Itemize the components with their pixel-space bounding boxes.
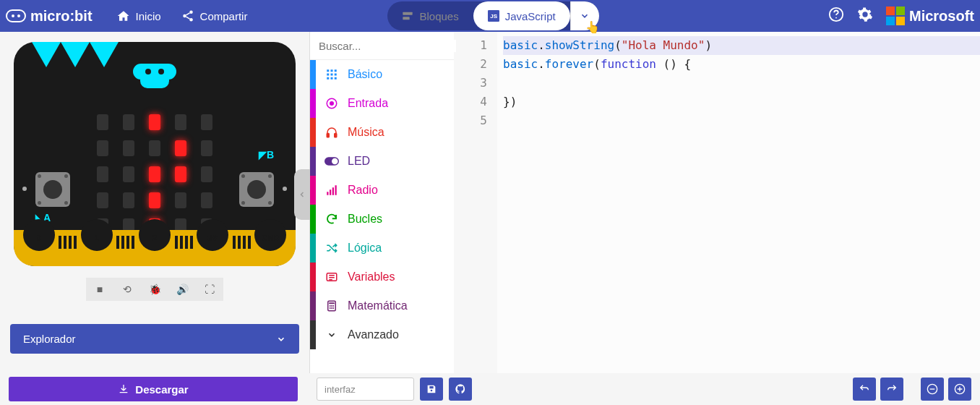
header-right: Microsoft (828, 7, 974, 26)
category-entrada[interactable]: Entrada (310, 89, 454, 118)
led-7 (149, 140, 160, 156)
category-label: Básico (348, 68, 382, 81)
chevron-down-icon (580, 11, 590, 21)
button-b[interactable] (239, 172, 274, 207)
svg-rect-17 (331, 77, 333, 80)
edge-connector: 0123VGND (14, 230, 296, 266)
led-9 (201, 140, 212, 156)
download-label: Descargar (135, 383, 188, 396)
category-radio[interactable]: Radio (310, 176, 454, 205)
search-input[interactable] (319, 40, 456, 52)
category-bucles[interactable]: Bucles (310, 205, 454, 234)
svg-rect-3 (403, 12, 413, 15)
led-12 (149, 166, 160, 182)
restart-button[interactable]: ⟲ (113, 278, 141, 301)
code-line: basic.showString("Hola Mundo") (503, 36, 980, 55)
github-button[interactable] (449, 378, 472, 401)
category-variables[interactable]: Variables (310, 263, 454, 291)
category-label: Entrada (348, 97, 388, 110)
home-button[interactable]: Inicio (107, 4, 171, 28)
pin-2[interactable]: 2 (139, 230, 171, 251)
undo-icon (859, 383, 870, 395)
stop-button[interactable]: ■ (86, 278, 113, 301)
code-editor[interactable]: 12345 basic.showString("Hola Mundo") bas… (454, 32, 980, 373)
gear-icon (857, 7, 873, 22)
category-música[interactable]: Música (310, 118, 454, 147)
settings-button[interactable] (857, 7, 873, 26)
svg-point-2 (189, 18, 193, 22)
led-8 (175, 140, 186, 156)
svg-text:JS: JS (490, 13, 497, 20)
project-name-input[interactable] (317, 378, 414, 401)
svg-rect-4 (403, 17, 410, 20)
toggle-chevron[interactable] (570, 1, 599, 30)
microsoft-logo[interactable]: Microsoft (886, 7, 974, 25)
mute-button[interactable]: 🔊 (168, 278, 196, 301)
category-básico[interactable]: Básico (310, 60, 454, 89)
svg-rect-28 (335, 185, 337, 195)
code-line (503, 74, 980, 93)
simulator-panel: ◣A ◤B 0123VGND ■ ⟲ 🐞 🔊 ⛶ Explorador (0, 32, 309, 373)
chevron-left-icon (298, 190, 306, 199)
button-b-label: ◤B (259, 149, 274, 161)
tab-javascript[interactable]: JS JavaScript (473, 1, 570, 30)
category-label: Variables (348, 270, 395, 284)
svg-rect-11 (331, 69, 333, 72)
pin-0[interactable]: 0 (23, 230, 55, 251)
code-line: basic.forever(function () { (503, 55, 980, 74)
category-matemática[interactable]: Matemática (310, 291, 454, 320)
pin-3V[interactable]: 3V (197, 230, 228, 251)
redo-icon (886, 383, 898, 395)
code-line: }) (503, 93, 980, 111)
category-lógica[interactable]: Lógica (310, 234, 454, 263)
collapse-toolbox-button[interactable] (294, 169, 310, 220)
svg-rect-27 (332, 187, 334, 195)
fullscreen-button[interactable]: ⛶ (196, 278, 223, 301)
logo[interactable]: micro:bit (6, 8, 93, 25)
github-icon (455, 383, 466, 395)
pin-GND[interactable]: GND (254, 230, 286, 251)
svg-rect-18 (335, 77, 337, 80)
tab-blocks[interactable]: Bloques (387, 1, 473, 30)
footer: Descargar (0, 373, 980, 405)
led-3 (175, 114, 186, 130)
category-led[interactable]: LED (310, 147, 454, 176)
home-label: Inicio (136, 10, 161, 22)
tab-js-label: JavaScript (505, 10, 556, 22)
explorer-toggle[interactable]: Explorador (10, 324, 299, 354)
download-button[interactable]: Descargar (9, 377, 298, 401)
signal-icon (324, 184, 339, 197)
svg-point-20 (330, 102, 334, 106)
microsoft-icon (886, 7, 905, 25)
microbit-simulator[interactable]: ◣A ◤B 0123VGND (14, 42, 296, 266)
line-number: 2 (454, 55, 487, 74)
category-label: Lógica (348, 242, 382, 255)
undo-button[interactable] (853, 378, 876, 401)
code-area[interactable]: basic.showString("Hola Mundo") basic.for… (497, 32, 980, 373)
redo-icon (324, 213, 339, 226)
button-a[interactable] (35, 172, 70, 207)
led-17 (149, 192, 160, 208)
led-1 (123, 114, 134, 130)
svg-point-24 (332, 158, 338, 165)
svg-point-8 (835, 17, 837, 18)
category-label: LED (348, 155, 370, 168)
help-button[interactable] (828, 7, 844, 26)
zoom-in-button[interactable] (948, 378, 971, 401)
svg-rect-15 (335, 74, 337, 76)
pin-1[interactable]: 1 (81, 230, 113, 251)
zoom-out-icon (927, 383, 938, 395)
save-button[interactable] (420, 378, 443, 401)
svg-rect-14 (331, 74, 333, 76)
share-label: Compartir (200, 10, 248, 22)
var-icon (324, 270, 339, 284)
redo-button[interactable] (880, 378, 903, 401)
chevron-down-icon (324, 330, 339, 340)
debug-button[interactable]: 🐞 (141, 278, 168, 301)
share-button[interactable]: Compartir (171, 4, 258, 28)
zoom-out-button[interactable] (921, 378, 944, 401)
home-icon (117, 9, 130, 22)
led-16 (123, 192, 134, 208)
category-advanced[interactable]: Avanzado (310, 320, 454, 349)
explorer-label: Explorador (23, 333, 76, 345)
